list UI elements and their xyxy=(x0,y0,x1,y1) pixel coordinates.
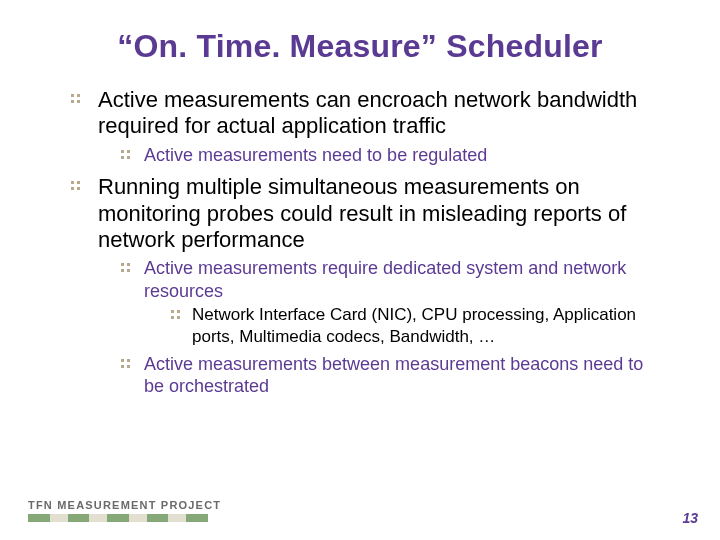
bullet-l1: Active measurements can encroach network… xyxy=(70,87,650,166)
footer-logo: TFN MEASUREMENT PROJECT xyxy=(28,499,221,522)
footer-logo-bar xyxy=(28,514,208,522)
bullet-text: Active measurements between measurement … xyxy=(144,354,643,397)
bullet-text: Running multiple simultaneous measuremen… xyxy=(98,174,626,252)
bullet-l2: Active measurements need to be regulated xyxy=(120,144,650,167)
bullet-l2: Active measurements between measurement … xyxy=(120,353,650,398)
bullet-text: Active measurements can encroach network… xyxy=(98,87,637,138)
bullet-l2: Active measurements require dedicated sy… xyxy=(120,257,650,347)
bullet-sublist: Active measurements require dedicated sy… xyxy=(98,257,650,398)
bullet-text: Active measurements require dedicated sy… xyxy=(144,258,626,301)
page-number: 13 xyxy=(682,510,698,526)
bullet-text: Active measurements need to be regulated xyxy=(144,145,487,165)
footer-logo-text: TFN MEASUREMENT PROJECT xyxy=(28,499,221,511)
slide-title: “On. Time. Measure” Scheduler xyxy=(70,28,650,65)
bullet-subsublist: Network Interface Card (NIC), CPU proces… xyxy=(144,304,650,347)
slide: “On. Time. Measure” Scheduler Active mea… xyxy=(0,0,720,540)
bullet-text: Network Interface Card (NIC), CPU proces… xyxy=(192,305,636,345)
bullet-l3: Network Interface Card (NIC), CPU proces… xyxy=(170,304,650,347)
bullet-sublist: Active measurements need to be regulated xyxy=(98,144,650,167)
bullet-list: Active measurements can encroach network… xyxy=(70,87,650,398)
bullet-l1: Running multiple simultaneous measuremen… xyxy=(70,174,650,398)
